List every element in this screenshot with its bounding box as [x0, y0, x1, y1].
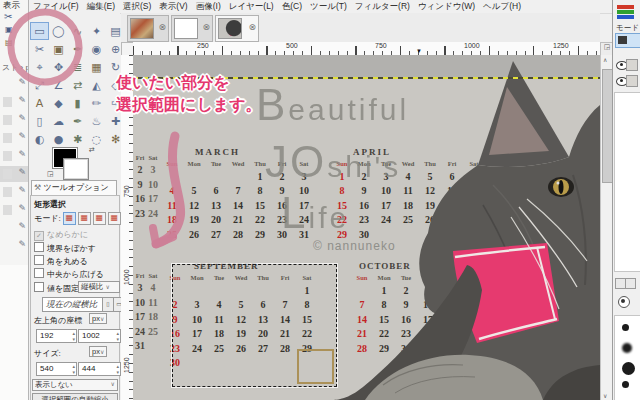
tool-crop[interactable]: ▦: [87, 58, 106, 76]
brush-item[interactable]: [622, 324, 629, 331]
window-icon[interactable]: ▣: [5, 25, 13, 34]
scissors-icon[interactable]: ✂: [4, 11, 12, 22]
tool-perspective[interactable]: ⇄: [68, 76, 87, 94]
aspect-ratio-field[interactable]: 現在の縦横比: [42, 297, 105, 312]
mode-intersect-button[interactable]: ▦: [108, 212, 121, 225]
list-item[interactable]: ✎: [0, 220, 28, 236]
list-item[interactable]: ✎: [0, 112, 28, 128]
menu-item-8[interactable]: フィルター(R): [351, 0, 414, 14]
tool-measure[interactable]: ⌖: [30, 58, 49, 76]
position-unit-dropdown[interactable]: px∨: [89, 313, 107, 324]
reset-colors-icon[interactable]: ◲: [47, 170, 54, 178]
brush-item[interactable]: [622, 343, 632, 353]
list-item[interactable]: ✎: [0, 184, 28, 200]
tool-ellipse-select[interactable]: ◯: [49, 22, 68, 40]
menu-item-9[interactable]: ウィンドウ(W): [414, 0, 479, 14]
mode-replace-button[interactable]: ▦: [63, 212, 76, 225]
list-item[interactable]: ✎: [0, 76, 28, 92]
menu-item-6[interactable]: 色(C): [278, 0, 306, 14]
tool-perspective-clone[interactable]: ◐: [30, 130, 49, 148]
tool-flip[interactable]: ◭: [87, 76, 106, 94]
tool-airbrush[interactable]: ☁: [49, 112, 68, 130]
close-tab-icon[interactable]: ⊗: [202, 22, 210, 32]
list-item[interactable]: ✎: [0, 130, 28, 146]
tool-paths[interactable]: ✒: [68, 40, 87, 58]
tool-shear[interactable]: ∠: [49, 76, 68, 94]
menu-item-1[interactable]: 編集(E): [83, 0, 119, 14]
tool-color-picker[interactable]: ◉: [87, 40, 106, 58]
menu-item-0[interactable]: ファイル(F): [29, 0, 83, 14]
tool-blend[interactable]: ▮: [68, 94, 87, 112]
menu-item-10[interactable]: ヘルプ(H): [479, 0, 525, 14]
scroll-down-icon[interactable]: ∨: [603, 392, 607, 399]
layer-row[interactable]: [615, 74, 639, 87]
selection-corner-handle[interactable]: [297, 349, 334, 384]
image-tab-3-active[interactable]: ⊗: [215, 15, 259, 42]
tool-bucket-fill[interactable]: ◆: [49, 94, 68, 112]
position-y-spinner[interactable]: 1002▴▾: [78, 329, 121, 343]
folder-icon[interactable]: ▤: [5, 38, 13, 47]
size-unit-dropdown[interactable]: px∨: [89, 346, 107, 357]
menu-item-4[interactable]: 画像(I): [192, 0, 225, 14]
swap-colors-icon[interactable]: ⇄: [89, 146, 95, 154]
tool-smudge[interactable]: ✱: [68, 130, 87, 148]
scroll-up-icon[interactable]: ∧: [603, 56, 607, 63]
tool-free-select[interactable]: ∿: [68, 22, 87, 40]
list-item[interactable]: ✎: [0, 238, 28, 254]
tool-text[interactable]: A: [30, 94, 49, 112]
ruler-label: 1250: [553, 42, 569, 49]
tool-align[interactable]: ≣: [68, 58, 87, 76]
horizontal-ruler[interactable]: ▼ 25050075010001250: [133, 42, 600, 56]
ruler-label: 750: [123, 185, 130, 197]
dock-button[interactable]: [625, 278, 636, 289]
brush-item[interactable]: [622, 381, 629, 388]
image-tab-1[interactable]: ⊗: [127, 15, 169, 42]
layer-mode-label: モード: [616, 23, 640, 33]
background-color-swatch[interactable]: [64, 159, 88, 179]
brush-item[interactable]: [622, 362, 635, 375]
list-item[interactable]: ✎: [0, 148, 28, 164]
menu-item-3[interactable]: 表示(V): [155, 0, 191, 14]
tool-pencil[interactable]: ✏: [87, 94, 106, 112]
fixed-dropdown[interactable]: 縦横比 ∨: [78, 281, 120, 293]
right-dock-panel: モード: [612, 0, 640, 400]
mode-subtract-button[interactable]: ▦: [93, 212, 106, 225]
menu-item-5[interactable]: レイヤー(L): [225, 0, 278, 14]
feather-checkbox[interactable]: [34, 242, 44, 252]
rounded-checkbox[interactable]: [34, 255, 44, 265]
mode-add-button[interactable]: ▦: [78, 212, 91, 225]
fixed-checkbox[interactable]: [34, 282, 44, 292]
tool-clone[interactable]: ♨: [87, 112, 106, 130]
tool-scale[interactable]: ⤢: [30, 76, 49, 94]
list-item[interactable]: ✎: [0, 202, 28, 218]
tool-rectangle-select[interactable]: ▭: [30, 22, 49, 40]
tool-fuzzy-select[interactable]: ✦: [87, 22, 106, 40]
auto-shrink-button[interactable]: 選択範囲の自動縮小: [32, 393, 118, 400]
layer-row[interactable]: [615, 58, 639, 71]
size-width-spinner[interactable]: 540▴▾: [36, 362, 77, 376]
pointer-position-marker: ▼: [416, 48, 422, 54]
radio-icon[interactable]: [618, 296, 630, 308]
close-tab-icon[interactable]: ⊗: [248, 22, 256, 32]
expand-center-checkbox[interactable]: [34, 268, 44, 278]
tool-blur-sharpen[interactable]: ●: [49, 130, 68, 148]
position-x-spinner[interactable]: 192▴▾: [36, 329, 77, 343]
antialias-checkbox[interactable]: ✓: [34, 231, 44, 241]
list-item[interactable]: ✎: [0, 94, 28, 110]
selected-list-row[interactable]: [615, 33, 640, 48]
tool-scissors-select[interactable]: ✂: [30, 40, 49, 58]
tool-foreground-select[interactable]: ▣: [49, 40, 68, 58]
list-item[interactable]: ✎: [0, 166, 28, 182]
guides-dropdown[interactable]: 表示しない ∨: [32, 379, 118, 391]
menu-item-2[interactable]: 選択(S): [119, 0, 155, 14]
tool-eraser[interactable]: ▯: [30, 112, 49, 130]
tool-ink[interactable]: ✒: [68, 112, 87, 130]
menu-item-7[interactable]: ツール(T): [306, 0, 351, 14]
image-tab-2[interactable]: ⊗: [171, 15, 213, 42]
selection-rectangle[interactable]: [172, 264, 337, 387]
tool-move[interactable]: ✥: [49, 58, 68, 76]
close-tab-icon[interactable]: ⊗: [158, 22, 166, 32]
size-height-spinner[interactable]: 444▴▾: [78, 362, 121, 376]
gimp-screenshot: 表示 ✂ ▣ ▤ スト › pi ✎✎✎✎✎✎✎✎✎✎ ファイル(F)編集(E)…: [0, 0, 640, 400]
layer-thumbnail: [626, 59, 638, 71]
